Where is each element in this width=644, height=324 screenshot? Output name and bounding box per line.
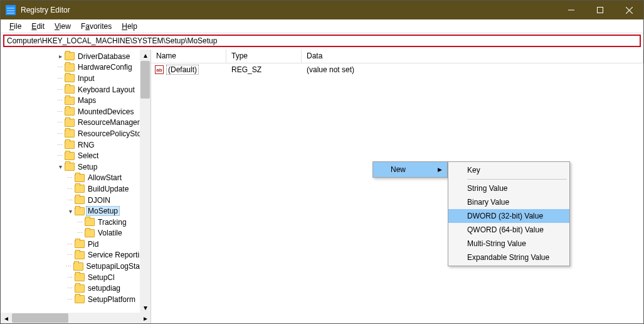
- folder-icon: [75, 240, 85, 248]
- value-data: (value not set): [302, 65, 643, 74]
- submenu-item[interactable]: Binary Value: [448, 195, 569, 209]
- menu-file[interactable]: File: [6, 21, 25, 32]
- folder-icon: [65, 141, 75, 149]
- titlebar[interactable]: Registry Editor: [1, 1, 643, 19]
- tree-dots-icon: ⋯: [66, 274, 75, 281]
- tree-item[interactable]: ⋯HardwareConfig: [1, 62, 150, 73]
- scroll-down-icon[interactable]: ▾: [140, 302, 150, 313]
- submenu-arrow-icon: ▶: [438, 166, 442, 173]
- tree-item[interactable]: ⋯Tracking: [1, 217, 150, 228]
- context-menu[interactable]: New ▶: [372, 161, 448, 178]
- value-row[interactable]: ab (Default) REG_SZ (value not set): [151, 63, 643, 76]
- tree-item-label: HardwareConfig: [77, 63, 133, 72]
- tree-item[interactable]: ⋯MountedDevices: [1, 106, 150, 117]
- tree-item[interactable]: ⋯RNG: [1, 139, 150, 151]
- context-submenu[interactable]: KeyString ValueBinary ValueDWORD (32-bit…: [448, 161, 570, 266]
- tree-hscroll[interactable]: ◂ ▸: [1, 313, 150, 323]
- col-data[interactable]: Data: [302, 50, 643, 63]
- tree-item[interactable]: ⋯Input: [1, 73, 150, 84]
- scroll-left-icon[interactable]: ◂: [1, 313, 11, 323]
- values-header: Name Type Data: [151, 50, 643, 63]
- address-input[interactable]: [7, 36, 637, 45]
- tree-item[interactable]: ⋯SetupCl: [1, 272, 150, 283]
- tree-item[interactable]: ⋯SetupapiLogStatus: [1, 261, 150, 272]
- tree-item[interactable]: ⋯DJOIN: [1, 195, 150, 206]
- tree-dots-icon: ⋯: [66, 175, 75, 181]
- tree-dots-icon: ⋯: [56, 64, 65, 70]
- window-title: Registry Editor: [21, 6, 557, 14]
- tree-item[interactable]: ⋯ResourceManager: [1, 117, 150, 129]
- tree-item[interactable]: ⋯Service Reporting: [1, 250, 150, 261]
- tree-item-label: setupdiag: [87, 284, 121, 293]
- folder-icon: [85, 229, 95, 237]
- value-name: (Default): [166, 65, 199, 75]
- folder-icon: [65, 63, 75, 72]
- tree-dots-icon: ⋯: [76, 230, 85, 236]
- tree-item[interactable]: ⋯AllowStart: [1, 173, 150, 184]
- chevron-right-icon[interactable]: ▸: [56, 53, 65, 60]
- tree-dots-icon: ⋯: [76, 219, 85, 225]
- folder-icon: [75, 174, 85, 182]
- submenu-item[interactable]: DWORD (32-bit) Value: [448, 209, 569, 223]
- tree-item-label: RNG: [77, 141, 95, 149]
- tree-item-label: Select: [77, 151, 99, 160]
- address-bar[interactable]: [3, 35, 641, 47]
- tree-dots-icon: ⋯: [56, 153, 65, 159]
- chevron-down-icon[interactable]: ▾: [66, 208, 75, 215]
- hscroll-thumb[interactable]: [12, 313, 68, 323]
- submenu-item[interactable]: Expandable String Value: [448, 251, 569, 264]
- submenu-item[interactable]: String Value: [448, 181, 569, 195]
- folder-icon: [75, 251, 85, 259]
- scroll-thumb[interactable]: [140, 61, 150, 99]
- tree-item[interactable]: ⋯setupdiag: [1, 283, 150, 294]
- tree-item-label: SetupPlatform: [87, 295, 136, 304]
- menu-help[interactable]: Help: [118, 21, 141, 32]
- submenu-item[interactable]: Multi-String Value: [448, 237, 569, 251]
- folder-icon: [65, 85, 75, 94]
- tree-item-label: Input: [77, 74, 95, 83]
- tree-vscroll[interactable]: ▴ ▾: [140, 50, 150, 313]
- tree-item[interactable]: ⋯SetupPlatform: [1, 294, 150, 305]
- folder-icon: [85, 218, 95, 226]
- tree-item-label: ResourcePolicyStore: [77, 129, 149, 138]
- tree-item[interactable]: ⋯Pid: [1, 239, 150, 250]
- close-button[interactable]: [615, 1, 643, 19]
- scroll-right-icon[interactable]: ▸: [140, 313, 150, 323]
- tree-dots-icon: ⋯: [56, 131, 65, 137]
- folder-icon: [65, 74, 75, 82]
- tree-dots-icon: ⋯: [56, 87, 65, 93]
- tree-item[interactable]: ⋯Maps: [1, 95, 150, 106]
- tree-item[interactable]: ⋯BuildUpdate: [1, 183, 150, 195]
- folder-icon: [65, 107, 75, 116]
- tree-dots-icon: ⋯: [56, 119, 65, 126]
- scroll-up-icon[interactable]: ▴: [140, 50, 150, 60]
- tree-dots-icon: ⋯: [56, 142, 65, 148]
- registry-editor-window: Registry Editor File Edit View Favorites…: [0, 0, 644, 324]
- menu-new[interactable]: New ▶: [373, 162, 447, 177]
- values-pane[interactable]: Name Type Data ab (Default) REG_SZ (valu…: [151, 50, 643, 323]
- maximize-button[interactable]: [586, 1, 615, 19]
- menu-edit[interactable]: Edit: [28, 21, 48, 32]
- tree-item[interactable]: ⋯Select: [1, 150, 150, 161]
- menu-view[interactable]: View: [51, 21, 75, 32]
- submenu-item[interactable]: Key: [448, 163, 569, 177]
- tree-pane[interactable]: ▸DriverDatabase⋯HardwareConfig⋯Input⋯Key…: [1, 50, 151, 323]
- col-type[interactable]: Type: [226, 50, 302, 63]
- menu-favorites[interactable]: Favorites: [77, 21, 115, 32]
- minimize-button[interactable]: [557, 1, 586, 19]
- chevron-down-icon[interactable]: ▾: [56, 163, 65, 170]
- value-type: REG_SZ: [226, 65, 302, 74]
- tree-dots-icon: ⋯: [56, 109, 65, 115]
- tree-item[interactable]: ⋯Volatile: [1, 228, 150, 239]
- tree-item[interactable]: ⋯ResourcePolicyStore: [1, 128, 150, 139]
- submenu-item[interactable]: QWORD (64-bit) Value: [448, 223, 569, 237]
- folder-icon: [65, 119, 75, 127]
- tree-item[interactable]: ▾Setup: [1, 161, 150, 173]
- folder-icon: [65, 97, 75, 105]
- col-name[interactable]: Name: [151, 50, 226, 63]
- tree-item[interactable]: ⋯Keyboard Layout: [1, 84, 150, 95]
- tree-item[interactable]: ▾MoSetup: [1, 205, 150, 217]
- tree-item[interactable]: ▸DriverDatabase: [1, 51, 150, 62]
- folder-icon: [75, 284, 85, 293]
- tree-item-label: DriverDatabase: [77, 52, 130, 61]
